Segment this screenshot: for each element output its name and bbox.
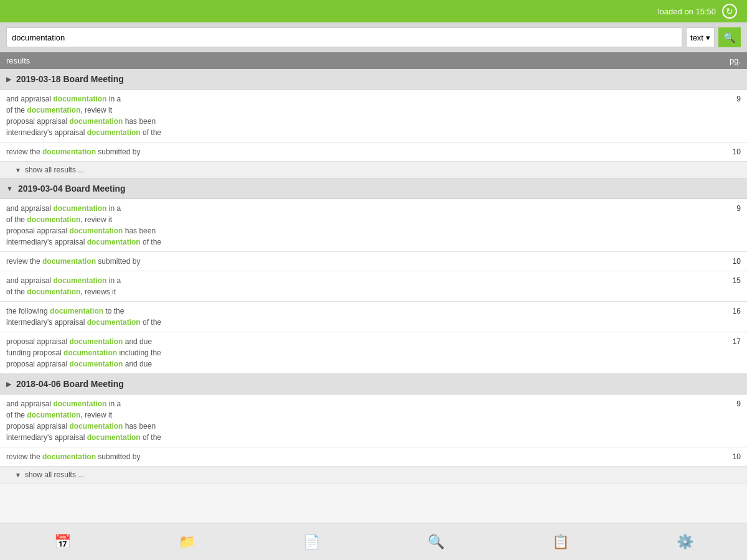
result-line: intermediary's appraisal documentation o… [6,432,716,443]
result-line: and appraisal documentation in a [6,203,716,214]
result-line: proposal appraisal documentation and due [6,336,716,347]
search-type-select[interactable]: text ▾ [686,27,715,47]
search-input[interactable] [6,27,682,47]
result-text: review the documentation submitted by [6,451,716,462]
result-line: review the documentation submitted by [6,146,716,157]
result-line: intermediary's appraisal documentation o… [6,127,716,138]
result-line: and appraisal documentation in a [6,275,716,286]
highlight-word: documentation [53,399,106,408]
result-line: review the documentation submitted by [6,256,716,267]
result-page-number: 9 [716,203,741,213]
nav-item-document[interactable]: 📄 [303,534,320,550]
top-bar: loaded on 15:50 ↻ [0,0,747,22]
result-line: funding proposal documentation including… [6,347,716,358]
search-icon: 🔍 [428,534,444,550]
result-line: and appraisal documentation in a [6,93,716,105]
highlight-word: documentation, [27,106,82,114]
highlight-word: documentation, [27,215,82,224]
section-header[interactable]: ▼2019-03-04 Board Meeting [0,179,747,199]
section-title: 2019-03-18 Board Meeting [16,74,124,84]
nav-item-clipboard[interactable]: 📋 [552,534,569,550]
clipboard-icon: 📋 [552,534,569,550]
result-line: of the documentation, reviews it [6,286,716,297]
result-line: proposal appraisal documentation has bee… [6,116,716,127]
highlight-word: documentation [63,348,117,357]
highlight-word: documentation [69,360,123,368]
show-all-row[interactable]: ▼show all results ... [0,162,747,179]
highlight-word: documentation [53,276,106,285]
result-page-number: 16 [716,306,741,315]
folder-icon: 📁 [179,534,195,550]
section-section-2019-03-18: ▶2019-03-18 Board Meetingand appraisal d… [0,69,747,179]
highlight-word: documentation [42,452,96,461]
highlight-word: documentation [53,204,106,213]
section-header[interactable]: ▶2018-04-06 Board Meeting [0,374,747,394]
section-collapse-icon: ▶ [6,75,11,83]
result-row[interactable]: review the documentation submitted by10 [0,142,747,162]
section-section-2018-04-06: ▶2018-04-06 Board Meetingand appraisal d… [0,374,747,483]
highlight-word: documentation, [27,411,82,419]
result-line: and appraisal documentation in a [6,398,716,409]
result-page-number: 17 [716,336,741,346]
result-row[interactable]: and appraisal documentation in aof the d… [0,394,747,447]
calendar-icon: 📅 [54,534,71,550]
result-text: review the documentation submitted by [6,256,716,267]
result-text: and appraisal documentation in aof the d… [6,203,716,248]
search-button[interactable]: 🔍 [718,27,741,47]
result-line: proposal appraisal documentation and due [6,358,716,370]
highlight-word: documentation, [27,287,82,296]
search-icon: 🔍 [723,32,736,44]
result-line: intermediary's appraisal documentation o… [6,236,716,248]
nav-item-calendar[interactable]: 📅 [54,534,71,550]
result-text: the following documentation to theinterm… [6,306,716,328]
nav-item-folder[interactable]: 📁 [179,534,195,550]
section-title: 2019-03-04 Board Meeting [18,184,126,194]
result-row[interactable]: proposal appraisal documentation and due… [0,332,747,374]
result-line: of the documentation, review it [6,409,716,421]
show-all-label: show all results ... [25,470,84,479]
highlight-word: documentation [69,422,123,431]
result-text: review the documentation submitted by [6,146,716,157]
section-header[interactable]: ▶2019-03-18 Board Meeting [0,69,747,90]
result-page-number: 9 [716,398,741,408]
highlight-word: documentation [87,433,141,442]
result-page-number: 15 [716,275,741,285]
section-collapse-icon: ▼ [6,185,13,192]
results-main: ▶2019-03-18 Board Meetingand appraisal d… [0,69,747,523]
highlight-word: documentation [69,117,123,126]
results-header: results pg. [0,52,747,69]
result-line: review the documentation submitted by [6,451,716,462]
result-text: and appraisal documentation in aof the d… [6,398,716,443]
section-title: 2018-04-06 Board Meeting [16,379,124,389]
dropdown-icon: ▾ [706,33,710,42]
section-collapse-icon: ▶ [6,380,11,388]
highlight-word: documentation [42,147,96,156]
result-line: proposal appraisal documentation has bee… [6,421,716,432]
document-icon: 📄 [303,534,320,550]
highlight-word: documentation [53,95,106,103]
search-type-label: text [690,33,703,42]
result-row[interactable]: and appraisal documentation in aof the d… [0,271,747,302]
highlight-word: documentation [42,257,96,266]
result-line: of the documentation, review it [6,105,716,116]
result-page-number: 10 [716,146,741,156]
result-row[interactable]: review the documentation submitted by10 [0,447,747,467]
result-row[interactable]: and appraisal documentation in aof the d… [0,199,747,252]
section-section-2019-03-04: ▼2019-03-04 Board Meetingand appraisal d… [0,179,747,374]
highlight-word: documentation [69,226,123,235]
result-page-number: 9 [716,93,741,103]
show-all-triangle-icon: ▼ [15,167,21,174]
nav-item-search[interactable]: 🔍 [428,534,444,550]
loaded-timestamp: loaded on 15:50 [658,7,716,16]
refresh-icon[interactable]: ↻ [722,4,737,19]
results-label: results [6,56,30,65]
result-row[interactable]: the following documentation to theinterm… [0,302,747,332]
show-all-row[interactable]: ▼show all results ... [0,467,747,483]
result-text: and appraisal documentation in aof the d… [6,93,716,138]
result-row[interactable]: and appraisal documentation in aof the d… [0,90,747,142]
highlight-word: documentation [50,307,103,315]
result-row[interactable]: review the documentation submitted by10 [0,252,747,271]
nav-item-settings[interactable]: ⚙️ [677,534,693,550]
settings-icon: ⚙️ [677,534,693,550]
result-line: proposal appraisal documentation has bee… [6,225,716,236]
